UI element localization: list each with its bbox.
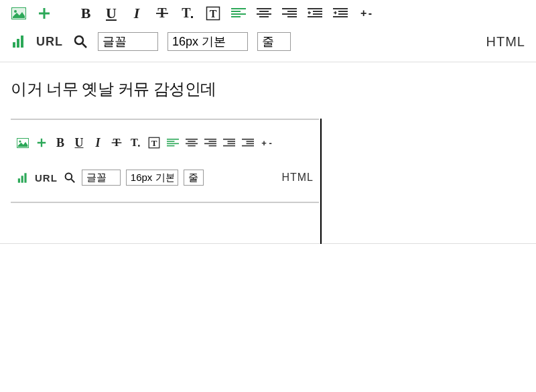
svg-text:T: T	[151, 138, 157, 148]
search-icon[interactable]	[72, 34, 88, 50]
align-left-icon	[166, 136, 180, 149]
svg-rect-31	[21, 36, 23, 48]
outdent-icon[interactable]	[307, 5, 323, 21]
svg-rect-64	[24, 173, 26, 182]
textbox-button[interactable]: T	[205, 5, 221, 21]
svg-rect-6	[191, 16, 193, 18]
chart-icon[interactable]	[11, 34, 27, 50]
textsize-button[interactable]: T	[180, 5, 196, 21]
italic-button[interactable]: I	[129, 5, 145, 21]
align-right-icon[interactable]	[281, 5, 297, 21]
image-icon	[16, 136, 29, 149]
outdent-icon	[222, 136, 236, 149]
bold-button: B	[54, 136, 67, 149]
svg-point-32	[75, 36, 83, 44]
strikethrough-button[interactable]: T	[154, 5, 170, 21]
svg-rect-62	[18, 178, 20, 182]
align-center-icon[interactable]	[256, 5, 272, 21]
plus-icon[interactable]	[36, 5, 52, 21]
editor-toolbar-row1: B U I T T T + -	[0, 0, 536, 27]
chart-icon	[16, 171, 29, 184]
underline-button[interactable]: U	[103, 5, 119, 21]
svg-point-2	[14, 10, 17, 13]
embedded-screenshot: B U I T T T + - URL HTML	[11, 119, 319, 203]
textbox-button: T	[147, 136, 161, 149]
fontsize-select	[126, 170, 178, 186]
embedded-toolbar-row1: B U I T T T + -	[11, 133, 319, 152]
svg-text:T: T	[182, 6, 191, 20]
bottom-divider	[0, 243, 536, 244]
svg-text:T: T	[210, 8, 217, 19]
svg-line-66	[71, 179, 74, 182]
bold-button[interactable]: B	[78, 5, 94, 21]
align-left-icon[interactable]	[230, 5, 247, 21]
textsize-button: T	[129, 136, 142, 149]
editor-content[interactable]: 이거 너무 옛날 커뮤 감성인데	[0, 62, 536, 105]
plus-icon	[35, 136, 48, 149]
text-cursor-line	[320, 119, 322, 244]
html-mode-button: HTML	[281, 172, 314, 184]
strikethrough-button: T	[110, 136, 123, 149]
indent-icon	[241, 136, 255, 149]
lineheight-select	[184, 170, 204, 186]
url-button: URL	[35, 172, 58, 184]
italic-button: I	[91, 136, 105, 149]
indent-icon[interactable]	[332, 5, 348, 21]
svg-point-35	[19, 140, 21, 142]
fontsize-select[interactable]	[168, 32, 248, 51]
search-icon	[63, 171, 76, 184]
svg-rect-29	[13, 42, 15, 48]
html-mode-button[interactable]: HTML	[486, 34, 525, 50]
svg-text:T: T	[131, 137, 138, 149]
content-text: 이거 너무 옛날 커뮤 감성인데	[11, 80, 216, 98]
embedded-toolbar-row2: URL HTML	[11, 167, 319, 188]
svg-point-65	[65, 174, 72, 180]
plusminus-button: + -	[260, 136, 273, 149]
font-select[interactable]	[98, 32, 158, 51]
font-select	[82, 170, 121, 186]
svg-line-33	[82, 44, 86, 48]
align-right-icon	[204, 136, 217, 149]
editor-toolbar-row2: URL HTML	[0, 27, 536, 56]
svg-rect-63	[21, 176, 23, 182]
embedded-image-area: B U I T T T + - URL HTML	[0, 119, 536, 203]
svg-rect-39	[138, 145, 139, 146]
plusminus-button[interactable]: + -	[358, 5, 374, 21]
lineheight-select[interactable]	[257, 32, 291, 51]
image-icon[interactable]	[11, 5, 27, 21]
underline-button: U	[72, 136, 86, 149]
align-center-icon	[185, 136, 198, 149]
svg-rect-30	[17, 39, 19, 48]
url-button[interactable]: URL	[36, 35, 63, 49]
